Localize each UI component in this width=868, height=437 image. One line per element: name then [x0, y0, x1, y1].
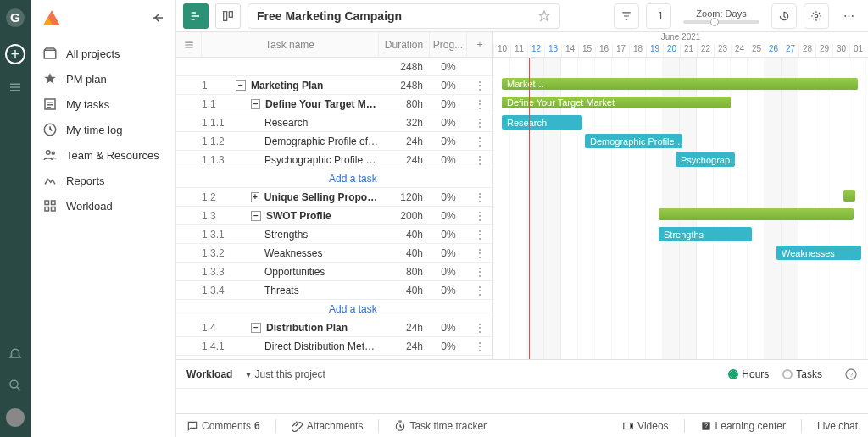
row-menu-icon[interactable]: ⋮ — [467, 80, 492, 91]
favorite-icon[interactable] — [537, 9, 551, 23]
row-menu-icon[interactable]: ⋮ — [467, 98, 492, 110]
gantt-bar[interactable]: Psychograp… — [676, 152, 735, 167]
task-row[interactable]: 1.2 +Unique Selling Proposition (… 120h … — [176, 188, 492, 207]
calendar-day[interactable]: 15 — [578, 44, 595, 57]
col-progress[interactable]: Prog... — [430, 32, 467, 57]
zoom-control[interactable]: Zoom: Days — [678, 8, 765, 24]
row-menu-icon[interactable]: ⋮ — [467, 191, 492, 203]
row-menu-icon[interactable]: ⋮ — [467, 210, 492, 222]
calendar-day[interactable]: 22 — [697, 44, 714, 57]
menu-icon[interactable] — [8, 80, 23, 95]
task-row[interactable]: 1.3.3 Opportunities 80h 0% ⋮ — [176, 263, 492, 281]
row-menu-icon[interactable]: ⋮ — [467, 229, 492, 241]
calendar-day[interactable]: 24 — [731, 44, 748, 57]
gantt-bar[interactable] — [659, 208, 854, 220]
calendar-day[interactable]: 19 — [646, 44, 663, 57]
calendar-day[interactable]: 30 — [832, 44, 849, 57]
calendar-day[interactable]: 13 — [544, 44, 561, 57]
task-row[interactable]: 1.4.1 Direct Distribution Methods 24h 0%… — [176, 337, 492, 356]
calendar-day[interactable]: 26 — [765, 44, 782, 57]
view-gantt-button[interactable] — [183, 3, 209, 29]
people-button[interactable]: 1 — [646, 3, 671, 29]
toggle-icon[interactable]: − — [236, 80, 246, 91]
expand-all-icon[interactable] — [176, 32, 202, 57]
task-row[interactable]: 1.3 −SWOT Profile 200h 0% ⋮ — [176, 207, 492, 225]
calendar-day[interactable]: 16 — [595, 44, 612, 57]
user-avatar[interactable] — [6, 408, 25, 427]
calendar-day[interactable]: 14 — [561, 44, 578, 57]
workload-tasks-radio[interactable]: Tasks — [782, 368, 822, 380]
calendar-day[interactable]: 29 — [815, 44, 832, 57]
row-menu-icon[interactable]: ⋮ — [467, 247, 492, 259]
toggle-icon[interactable]: − — [251, 211, 261, 221]
calendar-day[interactable]: 28 — [798, 44, 815, 57]
col-task-name[interactable]: Task name — [202, 32, 379, 57]
calendar-day[interactable]: 11 — [510, 44, 527, 57]
sidebar-item-all-projects[interactable]: All projects — [31, 41, 175, 66]
row-menu-icon[interactable]: ⋮ — [467, 285, 492, 296]
sidebar-item-pm-plan[interactable]: PM plan — [31, 66, 175, 91]
row-menu-icon[interactable]: ⋮ — [467, 266, 492, 278]
view-board-button[interactable] — [215, 3, 241, 29]
row-menu-icon[interactable]: ⋮ — [467, 136, 492, 147]
sidebar-item-my-time-log[interactable]: My time log — [31, 117, 175, 142]
col-duration[interactable]: Duration — [379, 32, 430, 57]
calendar-day[interactable]: 27 — [782, 44, 798, 57]
task-row[interactable]: 1.1.2 Demographic Profile of Cust… 24h 0… — [176, 132, 492, 151]
gantt-bar[interactable]: Define Your Target Market — [502, 97, 731, 108]
calendar-day[interactable]: 25 — [748, 44, 765, 57]
gantt-chart[interactable]: June 2021 101112131415161718192021222324… — [493, 32, 868, 359]
time-tracker-link[interactable]: Task time tracker — [394, 420, 487, 432]
calendar-day[interactable]: 17 — [612, 44, 629, 57]
row-menu-icon[interactable]: ⋮ — [467, 154, 492, 166]
task-row[interactable]: 1.3.1 Strengths 40h 0% ⋮ — [176, 225, 492, 244]
gantt-bar[interactable]: Research — [502, 115, 582, 130]
add-column-button[interactable]: + — [467, 32, 492, 57]
gantt-bar[interactable] — [843, 190, 855, 202]
calendar-day[interactable]: 12 — [527, 44, 544, 57]
sidebar-item-reports[interactable]: Reports — [31, 168, 175, 193]
calendar-day[interactable]: 10 — [493, 44, 510, 57]
calendar-day[interactable]: 01 — [849, 44, 866, 57]
workload-scope-select[interactable]: ▾ Just this project — [246, 368, 325, 380]
toggle-icon[interactable]: − — [251, 323, 261, 333]
calendar-day[interactable]: 18 — [629, 44, 646, 57]
search-icon[interactable] — [8, 378, 23, 393]
sidebar-item-team-resources[interactable]: Team & Resources — [31, 142, 175, 168]
attachments-link[interactable]: Attachments — [292, 420, 364, 432]
add-task-link[interactable]: Add a task — [329, 173, 377, 185]
task-row[interactable]: 1.1.1 Research 32h 0% ⋮ — [176, 113, 492, 132]
videos-link[interactable]: Videos — [622, 420, 668, 432]
row-menu-icon[interactable]: ⋮ — [467, 117, 492, 129]
create-button[interactable]: + — [5, 44, 25, 64]
calendar-day[interactable]: 21 — [680, 44, 697, 57]
comments-link[interactable]: Comments 6 — [186, 420, 260, 432]
sidebar-item-my-tasks[interactable]: My tasks — [31, 91, 175, 117]
task-row[interactable]: 1 −Marketing Plan 248h 0% ⋮ — [176, 76, 492, 95]
calendar-day[interactable]: 23 — [714, 44, 731, 57]
gantt-bar[interactable]: Demographic Profile … — [585, 134, 682, 148]
sidebar-item-workload[interactable]: Workload — [31, 193, 175, 218]
row-menu-icon[interactable]: ⋮ — [467, 322, 492, 334]
toggle-icon[interactable]: + — [251, 192, 259, 202]
livechat-link[interactable]: Live chat — [817, 420, 858, 432]
help-icon[interactable]: ? — [844, 368, 858, 381]
toggle-icon[interactable]: − — [251, 99, 260, 109]
gantt-bar[interactable]: Strengths — [659, 227, 752, 241]
gantt-bar[interactable]: Weaknesses — [776, 246, 861, 260]
learning-link[interactable]: ?Learning center — [700, 420, 786, 432]
filter-button[interactable] — [614, 3, 639, 29]
collapse-sidebar-icon[interactable] — [150, 10, 165, 25]
history-button[interactable] — [771, 3, 797, 29]
task-row[interactable]: 1.4 −Distribution Plan 24h 0% ⋮ — [176, 318, 492, 337]
task-row[interactable]: 1.3.2 Weaknesses 40h 0% ⋮ — [176, 244, 492, 263]
row-menu-icon[interactable]: ⋮ — [467, 340, 492, 352]
add-task-link[interactable]: Add a task — [329, 303, 377, 315]
settings-button[interactable] — [804, 3, 829, 29]
task-row[interactable]: 1.3.4 Threats 40h 0% ⋮ — [176, 281, 492, 300]
task-row[interactable]: 1.1.3 Psychographic Profile of Cu… 24h 0… — [176, 151, 492, 169]
calendar-day[interactable]: 20 — [663, 44, 680, 57]
notification-icon[interactable] — [8, 347, 23, 362]
task-row[interactable]: 1.1 −Define Your Target Market 80h 0% ⋮ — [176, 95, 492, 113]
gantt-bar[interactable]: Market… — [502, 78, 858, 90]
